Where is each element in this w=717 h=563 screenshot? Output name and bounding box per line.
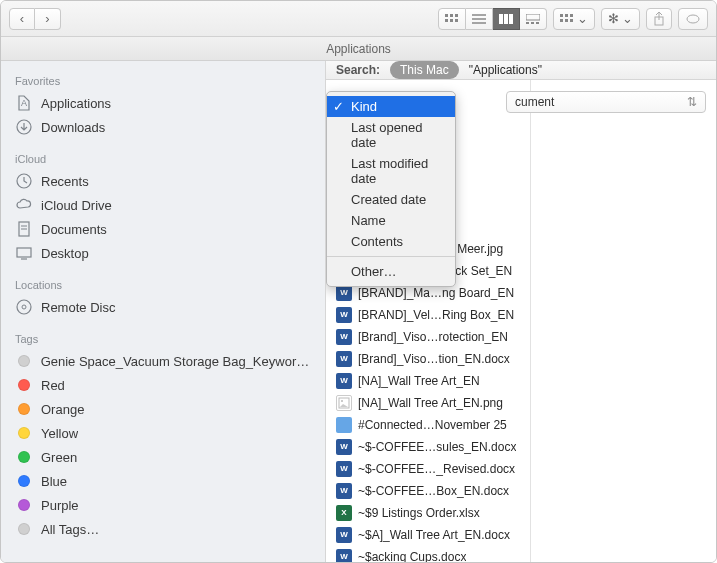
view-columns-button[interactable] [493, 8, 520, 30]
kind-combo[interactable]: cument ⇅ [506, 91, 706, 113]
tag-label: Red [41, 378, 65, 393]
locations-header: Locations [1, 273, 325, 295]
menu-item-name[interactable]: Name [327, 210, 455, 231]
sidebar-item-label: Remote Disc [41, 300, 115, 315]
tag-item[interactable]: Genie Space_Vacuum Storage Bag_Keyword… [1, 349, 325, 373]
sidebar-item-label: Downloads [41, 120, 105, 135]
svg-rect-12 [526, 14, 540, 20]
file-row[interactable]: W[BRAND]_Vel…Ring Box_EN [326, 304, 530, 326]
sidebar-item-remote-disc[interactable]: Remote Disc [1, 295, 325, 319]
tag-item[interactable]: Blue [1, 469, 325, 493]
file-row[interactable]: W[Brand]_Viso…tion_EN.docx [326, 348, 530, 370]
sidebar-item-documents[interactable]: Documents [1, 217, 325, 241]
tag-dot-icon [15, 400, 33, 418]
updown-icon: ⇅ [687, 95, 697, 109]
file-row[interactable]: #Connected…November 25 [326, 414, 530, 436]
file-name: ~$A]_Wall Tree Art_EN.docx [358, 526, 510, 544]
tag-item[interactable]: Orange [1, 397, 325, 421]
image-icon [336, 395, 352, 411]
menu-item-other[interactable]: Other… [327, 261, 455, 282]
scope-applications[interactable]: "Applications" [469, 63, 542, 77]
tag-label: All Tags… [41, 522, 99, 537]
tag-item[interactable]: Yellow [1, 421, 325, 445]
word-doc-icon: W [336, 307, 352, 323]
tag-item[interactable]: Purple [1, 493, 325, 517]
arrange-button[interactable]: ⌄ [553, 8, 595, 30]
svg-rect-9 [499, 14, 503, 24]
file-name: [NA]_Wall Tree Art_EN [358, 372, 480, 390]
view-icon-button[interactable] [438, 8, 466, 30]
doc-icon [15, 220, 33, 238]
word-doc-icon: W [336, 549, 352, 562]
window-title: Applications [326, 42, 391, 56]
sidebar-item-desktop[interactable]: Desktop [1, 241, 325, 265]
file-name: ~$9 Listings Order.xlsx [358, 504, 480, 522]
file-row[interactable]: [NA]_Wall Tree Art_EN.png [326, 392, 530, 414]
menu-item-last-modified-date[interactable]: Last modified date [327, 153, 455, 189]
sidebar-item-downloads[interactable]: Downloads [1, 115, 325, 139]
share-button[interactable] [646, 8, 672, 30]
sidebar-item-label: Documents [41, 222, 107, 237]
svg-text:A: A [21, 98, 27, 108]
view-gallery-button[interactable] [520, 8, 547, 30]
file-row[interactable]: W~$acking Cups.docx [326, 546, 530, 562]
file-name: [NA]_Wall Tree Art_EN.png [358, 394, 503, 412]
word-doc-icon: W [336, 483, 352, 499]
arrange-icon [560, 14, 574, 24]
scope-this-mac[interactable]: This Mac [390, 61, 459, 79]
action-button[interactable]: ✻⌄ [601, 8, 640, 30]
cloud-icon [15, 196, 33, 214]
edit-tags-button[interactable] [678, 8, 708, 30]
file-row[interactable]: W[Brand]_Viso…rotection_EN [326, 326, 530, 348]
tag-label: Genie Space_Vacuum Storage Bag_Keyword… [41, 354, 311, 369]
disc-icon [15, 298, 33, 316]
sidebar-item-recents[interactable]: Recents [1, 169, 325, 193]
share-group [646, 8, 672, 30]
tag-dot-icon [15, 496, 33, 514]
arrange-group: ⌄ [553, 8, 595, 30]
file-name: ~$-COFFEE…Box_EN.docx [358, 482, 509, 500]
menu-item-created-date[interactable]: Created date [327, 189, 455, 210]
tag-label: Purple [41, 498, 79, 513]
sidebar-item-label: Recents [41, 174, 89, 189]
tag-item[interactable]: Green [1, 445, 325, 469]
chevron-left-icon: ‹ [20, 11, 24, 26]
file-row[interactable]: W~$A]_Wall Tree Art_EN.docx [326, 524, 530, 546]
desktop-icon [15, 244, 33, 262]
file-row[interactable]: W~$-COFFEE…sules_EN.docx [326, 436, 530, 458]
word-doc-icon: W [336, 461, 352, 477]
tag-dot-icon [15, 352, 33, 370]
view-list-button[interactable] [466, 8, 493, 30]
tag-item[interactable]: Red [1, 373, 325, 397]
grid-icon [445, 14, 459, 24]
sidebar-item-applications[interactable]: AApplications [1, 91, 325, 115]
file-name: [Brand]_Viso…tion_EN.docx [358, 350, 510, 368]
menu-item-last-opened-date[interactable]: Last opened date [327, 117, 455, 153]
menu-item-kind[interactable]: Kind [327, 96, 455, 117]
svg-rect-31 [17, 248, 31, 257]
menu-item-contents[interactable]: Contents [327, 231, 455, 252]
tag-icon [685, 13, 701, 25]
main-panel: Search: This Mac "Applications" cument ⇅… [326, 61, 716, 562]
back-button[interactable]: ‹ [9, 8, 35, 30]
apps-icon: A [15, 94, 33, 112]
word-doc-icon: W [336, 527, 352, 543]
clock-icon [15, 172, 33, 190]
chevron-right-icon: › [45, 11, 49, 26]
file-row[interactable]: W[NA]_Wall Tree Art_EN [326, 370, 530, 392]
word-doc-icon: W [336, 439, 352, 455]
tag-dot-icon [15, 424, 33, 442]
gear-icon: ✻ [608, 11, 619, 26]
finder-window: ‹ › ⌄ ✻⌄ Applications Favorites AApplica… [0, 0, 717, 563]
forward-button[interactable]: › [35, 8, 61, 30]
search-attribute-menu: KindLast opened dateLast modified dateCr… [326, 91, 456, 287]
svg-rect-5 [455, 19, 458, 22]
sidebar-item-icloud-drive[interactable]: iCloud Drive [1, 193, 325, 217]
tag-item[interactable]: All Tags… [1, 517, 325, 541]
tags-group [678, 8, 708, 30]
file-row[interactable]: X~$9 Listings Order.xlsx [326, 502, 530, 524]
file-row[interactable]: W~$-COFFEE…_Revised.docx [326, 458, 530, 480]
file-row[interactable]: W~$-COFFEE…Box_EN.docx [326, 480, 530, 502]
search-scope-bar: Search: This Mac "Applications" [326, 61, 716, 80]
svg-point-34 [22, 305, 26, 309]
